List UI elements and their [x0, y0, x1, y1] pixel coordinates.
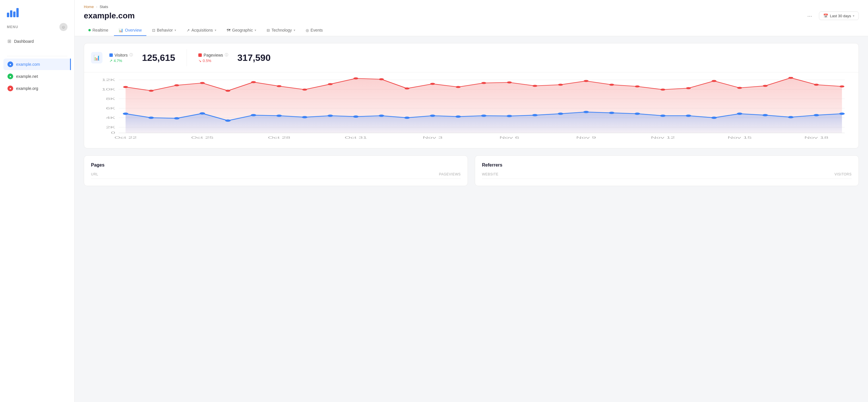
svg-point-28: [482, 82, 486, 84]
pageviews-color-dot: [198, 53, 202, 57]
visitors-info-icon[interactable]: ⓘ: [129, 53, 133, 57]
tab-acquisitions[interactable]: ↗ Acquisitions ▾: [182, 25, 221, 36]
svg-point-51: [328, 115, 333, 117]
svg-point-55: [430, 115, 435, 117]
main-content: Home › Stats example.com ··· 📅 Last 30 d…: [74, 0, 868, 402]
tab-overview-label: Overview: [125, 28, 142, 32]
referrers-col-visitors: Visitors: [834, 172, 851, 176]
svg-point-15: [149, 90, 154, 92]
svg-text:2K: 2K: [106, 125, 115, 129]
referrers-card: Referrers Website Visitors: [475, 155, 859, 186]
logo-bar-4: [17, 8, 19, 17]
sidebar-menu-row: MENU ☺: [0, 22, 74, 36]
svg-point-50: [302, 116, 307, 118]
visitors-label: Visitors: [115, 53, 128, 57]
chart-area: 12K 10K 8K 6K 4K 2K 0: [84, 72, 859, 148]
visitors-change: ↗ 4.7%: [110, 59, 133, 63]
svg-text:Oct 28: Oct 28: [268, 136, 290, 139]
tab-behavior-label: Behavior: [157, 28, 173, 32]
logo-bar-2: [10, 10, 12, 17]
svg-point-70: [814, 114, 819, 116]
tab-geographic[interactable]: 🗺 Geographic ▾: [222, 25, 261, 36]
main-header: Home › Stats example.com ··· 📅 Last 30 d…: [74, 0, 868, 36]
svg-point-47: [225, 119, 230, 122]
pages-col-url: URL: [91, 172, 98, 176]
technology-chevron: ▾: [293, 28, 296, 32]
svg-text:Nov 9: Nov 9: [576, 136, 596, 139]
referrers-table-header: Website Visitors: [482, 172, 851, 179]
svg-point-46: [199, 112, 205, 115]
svg-point-60: [558, 113, 563, 115]
svg-point-14: [123, 86, 128, 88]
svg-point-33: [609, 84, 614, 86]
avatar[interactable]: ☺: [59, 23, 67, 31]
breadcrumb-home[interactable]: Home: [84, 5, 94, 9]
tab-geographic-label: Geographic: [232, 28, 253, 32]
technology-icon: ⊟: [267, 28, 270, 32]
svg-point-68: [763, 114, 768, 116]
stats-header: 📊 Visitors ⓘ ↗ 4.7% 125,615: [84, 43, 859, 72]
chart-thumbnail-icon: 📊: [91, 52, 102, 63]
svg-point-65: [686, 115, 691, 117]
sidebar-item-dashboard[interactable]: ⊞ Dashboard: [3, 36, 71, 47]
tab-technology[interactable]: ⊟ Technology ▾: [262, 25, 300, 36]
date-filter-button[interactable]: 📅 Last 30 days ▾: [819, 11, 859, 20]
realtime-dot: [88, 29, 91, 31]
behavior-icon: ⊡: [152, 28, 155, 32]
pageviews-label: Pageviews: [204, 53, 223, 57]
sidebar-logo: [0, 0, 74, 22]
pageviews-metric: Pageviews ⓘ ↘ 0.5%: [198, 53, 228, 63]
svg-point-27: [456, 86, 461, 88]
svg-text:Nov 18: Nov 18: [804, 136, 828, 139]
svg-point-20: [277, 85, 282, 87]
tab-technology-label: Technology: [272, 28, 292, 32]
breadcrumb: Home › Stats: [84, 5, 859, 9]
svg-point-19: [251, 81, 256, 83]
acquisitions-chevron: ▾: [215, 28, 216, 32]
stats-card: 📊 Visitors ⓘ ↗ 4.7% 125,615: [84, 43, 859, 149]
svg-point-36: [686, 87, 691, 89]
pageviews-change-value: 0.5%: [203, 59, 211, 63]
geographic-icon: 🗺: [227, 28, 230, 32]
svg-point-21: [302, 89, 307, 91]
svg-point-44: [148, 117, 154, 119]
svg-point-61: [583, 111, 589, 113]
tab-realtime[interactable]: Realtime: [84, 25, 113, 36]
site-item-example-net[interactable]: ● example.net: [3, 71, 71, 82]
svg-point-39: [763, 85, 768, 87]
logo-bar-1: [7, 12, 9, 17]
svg-point-41: [814, 84, 819, 86]
site-label-example-com: example.com: [16, 62, 40, 67]
site-dot-blue: ●: [7, 61, 13, 67]
site-item-example-com[interactable]: ● example.com: [3, 59, 71, 70]
pages-table-header: URL Pageviews: [91, 172, 461, 179]
svg-point-57: [481, 115, 487, 117]
site-item-example-org[interactable]: ● example.org: [3, 83, 71, 94]
svg-point-54: [404, 117, 410, 119]
referrers-col-website: Website: [482, 172, 499, 176]
svg-point-69: [788, 116, 794, 118]
referrers-title: Referrers: [482, 162, 851, 168]
svg-text:Nov 6: Nov 6: [499, 136, 519, 139]
behavior-chevron: ▾: [175, 28, 176, 32]
tab-overview[interactable]: 📊 Overview: [114, 25, 146, 36]
tab-realtime-label: Realtime: [92, 28, 108, 32]
chart-svg: 12K 10K 8K 6K 4K 2K 0: [91, 77, 851, 140]
svg-point-42: [840, 86, 844, 88]
svg-text:0: 0: [111, 131, 115, 134]
visitors-change-arrow: ↗: [110, 59, 113, 63]
svg-point-38: [737, 87, 742, 89]
svg-point-71: [839, 113, 845, 115]
tab-events[interactable]: ◎ Events: [301, 25, 328, 36]
visitors-metric: Visitors ⓘ ↗ 4.7%: [110, 53, 133, 63]
pageviews-label-row: Pageviews ⓘ: [198, 53, 228, 57]
svg-point-62: [609, 112, 614, 114]
more-options-button[interactable]: ···: [805, 11, 815, 21]
tab-behavior[interactable]: ⊡ Behavior ▾: [148, 25, 181, 36]
pageviews-change: ↘ 0.5%: [198, 59, 228, 63]
svg-text:4K: 4K: [106, 116, 115, 119]
sidebar-nav: ⊞ Dashboard: [0, 36, 74, 54]
pageviews-info-icon[interactable]: ⓘ: [225, 53, 228, 57]
svg-point-64: [660, 115, 665, 117]
svg-point-56: [456, 116, 461, 118]
